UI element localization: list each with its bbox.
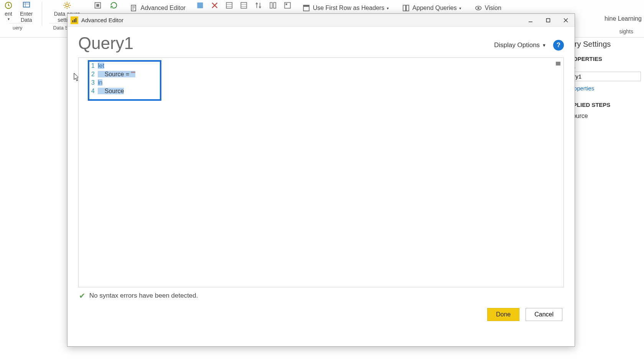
enter-data-label: Enter Data	[20, 11, 33, 23]
syntax-status-text: No syntax errors have been detected.	[89, 292, 198, 300]
eye-icon	[474, 4, 483, 12]
code-line: 3 in	[89, 79, 559, 87]
chevron-down-icon: ▼	[542, 43, 546, 48]
split-column-icon[interactable]	[268, 2, 278, 9]
remove-columns-icon[interactable]	[210, 2, 219, 9]
svg-rect-20	[74, 19, 75, 22]
remove-rows-icon[interactable]	[239, 2, 248, 9]
query-title: Query1	[78, 34, 133, 53]
use-first-row-headers-button[interactable]: Use First Row as Headers ▾	[299, 3, 392, 13]
svg-rect-6	[197, 3, 203, 8]
minimize-button[interactable]	[522, 14, 539, 27]
ribbon-group-label-insights: sights	[619, 28, 633, 34]
append-queries-label: Append Queries	[412, 5, 457, 11]
group-by-icon[interactable]	[283, 2, 292, 9]
recent-sources-button[interactable]: ent ▾	[2, 1, 15, 23]
machine-learning-button[interactable]: hine Learning	[605, 15, 642, 22]
parameters-icon	[92, 1, 104, 10]
maximize-button[interactable]	[539, 14, 557, 27]
append-queries-button[interactable]: Append Queries ▾	[399, 3, 464, 13]
cancel-button[interactable]: Cancel	[526, 308, 562, 321]
table-header-icon	[302, 4, 310, 12]
display-options-dropdown[interactable]: Display Options ▼	[494, 41, 546, 49]
svg-rect-1	[23, 2, 30, 7]
code-indent	[98, 88, 105, 94]
svg-rect-7	[227, 3, 232, 8]
svg-rect-22	[547, 18, 550, 22]
use-first-row-label: Use First Row as Headers	[313, 5, 384, 11]
line-number: 1	[89, 62, 98, 70]
choose-columns-icon[interactable]	[196, 2, 205, 9]
code-keyword-in: in	[98, 79, 102, 86]
svg-rect-11	[285, 3, 291, 8]
svg-rect-4	[96, 4, 99, 7]
help-icon: ?	[557, 41, 560, 49]
code-identifier: Source	[105, 71, 126, 77]
line-number: 4	[89, 87, 98, 95]
ribbon-group-label-query: uery	[9, 23, 26, 33]
svg-rect-19	[72, 20, 73, 22]
vision-label: Vision	[485, 5, 501, 11]
svg-point-18	[477, 7, 479, 9]
svg-rect-10	[274, 3, 276, 8]
done-button[interactable]: Done	[487, 308, 519, 321]
vision-button[interactable]: Vision	[471, 3, 504, 13]
code-editor[interactable]: 1 let 2 Source = "" 3 in 4 Source	[78, 57, 564, 287]
line-number: 2	[89, 70, 98, 79]
svg-rect-8	[241, 3, 247, 8]
refresh-preview-button[interactable]	[108, 0, 120, 11]
display-options-label: Display Options	[494, 41, 540, 49]
recent-label: ent	[5, 11, 12, 17]
code-area[interactable]: 1 let 2 Source = "" 3 in 4 Source	[89, 62, 559, 95]
enter-data-button[interactable]: Enter Data	[20, 1, 33, 23]
gear-icon	[61, 1, 73, 10]
code-string: ""	[131, 71, 135, 77]
code-line: 1 let	[89, 62, 559, 70]
advanced-editor-ribbon-button[interactable]: Advanced Editor	[127, 3, 189, 13]
code-indent	[98, 71, 105, 77]
svg-rect-15	[403, 5, 406, 11]
advanced-editor-dialog: Advanced Editor Query1 Display Options ▼…	[67, 13, 575, 347]
refresh-icon	[108, 1, 120, 10]
dialog-body: Query1 Display Options ▼ ? 1 let	[67, 27, 575, 346]
append-icon	[402, 4, 410, 12]
svg-rect-9	[270, 3, 273, 8]
dialog-titlebar: Advanced Editor	[67, 14, 575, 27]
svg-rect-12	[286, 3, 287, 5]
svg-rect-21	[76, 18, 76, 22]
checkmark-icon: ✔	[79, 291, 85, 300]
ribbon-group-query: ent ▾ Enter Data uery	[0, 0, 35, 33]
code-line: 2 Source = ""	[89, 70, 559, 79]
code-operator: =	[126, 71, 131, 77]
advanced-editor-ribbon-label: Advanced Editor	[141, 5, 186, 11]
syntax-status-row: ✔ No syntax errors have been detected.	[78, 287, 564, 301]
editor-icon	[130, 4, 138, 12]
clock-icon	[2, 1, 15, 10]
close-button[interactable]	[557, 14, 575, 27]
keep-rows-icon[interactable]	[225, 2, 234, 9]
code-identifier: Source	[105, 88, 124, 94]
machine-learning-label: hine Learning	[605, 15, 642, 22]
line-number: 3	[89, 79, 98, 87]
powerbi-logo-icon	[71, 16, 78, 24]
svg-rect-16	[406, 5, 409, 11]
help-button[interactable]: ?	[553, 40, 564, 51]
svg-rect-14	[304, 5, 309, 7]
code-line: 4 Source	[89, 87, 559, 95]
divider	[42, 2, 42, 26]
sort-icon[interactable]	[254, 2, 263, 9]
svg-rect-5	[131, 5, 136, 11]
svg-point-2	[66, 4, 68, 7]
table-plus-icon	[20, 1, 33, 10]
dialog-button-row: Done Cancel	[78, 301, 564, 323]
manage-parameters-button[interactable]	[92, 0, 104, 11]
code-keyword-let: let	[98, 62, 104, 69]
dialog-title: Advanced Editor	[81, 17, 123, 23]
